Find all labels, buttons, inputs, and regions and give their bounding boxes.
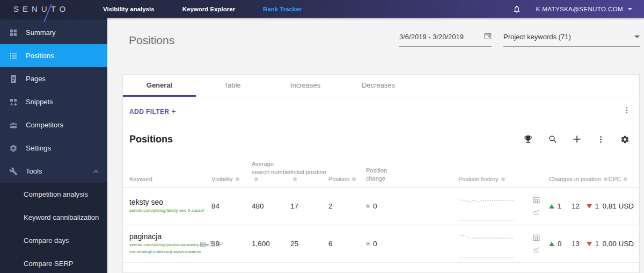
info-icon — [624, 177, 627, 181]
user-menu[interactable]: K.MATYSKA@SENUTO.COM — [536, 6, 632, 12]
info-icon — [236, 177, 239, 181]
chevron-up-icon — [93, 167, 99, 175]
col-initial-position[interactable]: Initial position — [290, 168, 328, 187]
tab-increases[interactable]: Increases — [269, 75, 342, 97]
sidebar-item-pages[interactable]: Pages — [0, 67, 107, 90]
changes-same-value: 13 — [572, 240, 579, 248]
sidebar-label: Snippets — [26, 98, 53, 106]
more-options-icon[interactable] — [623, 106, 631, 116]
sidebar-item-settings[interactable]: Settings — [0, 136, 107, 160]
add-filter-button[interactable]: ADD FILTER+ — [129, 107, 176, 116]
topbar: SENUTO Visibility analysis Keyword Explo… — [0, 0, 644, 18]
position-history-sparkline — [458, 192, 514, 221]
col-position-change[interactable]: Positionchange — [366, 167, 458, 187]
gear-icon[interactable] — [620, 135, 630, 144]
search-icon[interactable] — [548, 135, 557, 143]
position-change-cell: 0 — [366, 202, 458, 210]
sidebar-item-competition-analysis[interactable]: Competition analysis — [0, 183, 107, 206]
keyword-url-link[interactable]: senuto.com/pl/blog/teksty-seo-5-zasad/ — [129, 207, 211, 214]
changes-down-value: 1 — [595, 202, 599, 210]
header-controls: 3/6/2019 - 3/20/2019 Project keywords (7… — [399, 27, 640, 47]
arrow-down-icon — [587, 204, 592, 209]
position-value: 6 — [328, 240, 366, 248]
nav-visibility-analysis[interactable]: Visibility analysis — [89, 0, 169, 18]
list-icon — [9, 52, 19, 60]
cpc-value: 0,81 USD — [599, 202, 634, 210]
col-row-actions — [533, 182, 549, 187]
keyword-text: teksty seo — [129, 198, 163, 206]
col-avg-search[interactable]: Averagesearch number — [252, 160, 290, 187]
notifications-bell-icon[interactable] — [513, 5, 521, 13]
date-range-input[interactable]: 3/6/2019 - 3/20/2019 — [399, 27, 492, 47]
document-icon — [9, 75, 19, 83]
table-row: teksty seo senuto.com/pl/blog/teksty-seo… — [123, 188, 639, 225]
col-visibility[interactable]: Visibility — [211, 176, 252, 187]
col-position[interactable]: Position — [328, 176, 366, 187]
arrow-down-icon — [587, 242, 592, 246]
sidebar-label: Positions — [26, 52, 54, 60]
col-changes-in-position[interactable]: Changes in position — [549, 176, 599, 187]
sidebar: Summary Positions Pages Snippets Competi… — [0, 18, 107, 273]
grid-table-icon[interactable] — [533, 197, 549, 204]
trophy-icon[interactable] — [523, 134, 533, 144]
sidebar-label: Competitors — [26, 121, 63, 129]
line-chart-icon[interactable] — [533, 246, 549, 253]
row-action-icons — [533, 234, 549, 253]
keyword-cell: teksty seo senuto.com/pl/blog/teksty-seo… — [129, 198, 211, 214]
rich-card-icon — [200, 241, 206, 249]
sidebar-item-keyword-cannibalization[interactable]: Keyword cannibalization — [0, 206, 107, 229]
sidebar-item-tools[interactable]: Tools — [0, 160, 107, 183]
tab-bar: General Table Increases Decreases — [123, 75, 639, 97]
tab-decreases[interactable]: Decreases — [342, 75, 415, 97]
position-change-value: 0 — [373, 240, 377, 248]
senuto-logo[interactable]: SENUTO — [0, 4, 89, 14]
position-history-sparkline — [458, 229, 514, 258]
changes-in-position-cell: 0 13 1 — [549, 240, 599, 248]
sidebar-item-positions[interactable]: Positions — [0, 44, 107, 67]
tools-submenu: Competition analysis Keyword cannibaliza… — [0, 183, 107, 273]
nav-rank-tracker[interactable]: Rank Tracker — [249, 0, 316, 18]
sidebar-item-competitors[interactable]: Competitors — [0, 113, 107, 136]
tab-table[interactable]: Table — [196, 75, 269, 97]
sidebar-label: Settings — [26, 144, 51, 152]
changes-same-value: 12 — [572, 202, 579, 210]
logo-text: SENUTO — [13, 4, 69, 13]
avg-search-value: 1,600 — [252, 240, 290, 248]
avg-search-value: 480 — [252, 202, 290, 210]
sidebar-label: Pages — [26, 75, 46, 83]
main-content: Positions 3/6/2019 - 3/20/2019 Project k… — [107, 18, 644, 273]
add-icon[interactable] — [573, 135, 581, 143]
more-options-icon[interactable] — [597, 135, 605, 143]
tab-general[interactable]: General — [123, 75, 196, 97]
changes-up-value: 0 — [558, 240, 561, 248]
keyword-text: paginacja — [129, 232, 162, 241]
keyword-cell: paginacja senuto.com/pl/blog/paginacja-w… — [129, 232, 211, 256]
arrow-up-icon — [549, 204, 554, 209]
page-title: Positions — [129, 34, 174, 47]
gear-icon — [9, 144, 19, 153]
sidebar-item-compare-days[interactable]: Compare days — [0, 229, 107, 252]
filter-row: ADD FILTER+ — [123, 97, 639, 125]
caret-down-icon — [634, 35, 640, 38]
topbar-right: K.MATYSKA@SENUTO.COM — [513, 5, 644, 13]
sidebar-item-snippets[interactable]: Snippets — [0, 90, 107, 113]
positions-card: General Table Increases Decreases ADD FI… — [122, 74, 640, 273]
calendar-icon — [484, 32, 492, 41]
nav-keyword-explorer[interactable]: Keyword Explorer — [169, 0, 249, 18]
sidebar-item-compare-serp[interactable]: Compare SERP — [0, 252, 107, 273]
col-keyword[interactable]: Keyword — [129, 176, 211, 187]
keyword-url-link[interactable]: senuto.com/pl/blog/paginacja-wazny-eleme… — [129, 242, 211, 256]
position-change-value: 0 — [373, 202, 377, 210]
table-column-headers: Keyword Visibility Averagesearch number … — [123, 159, 639, 188]
keywords-select-value: Project keywords (71) — [503, 33, 571, 41]
position-change-cell: 0 — [366, 240, 458, 248]
changes-down-value: 1 — [595, 240, 599, 248]
sidebar-item-summary[interactable]: Summary — [0, 21, 107, 44]
grid-table-icon[interactable] — [533, 234, 549, 241]
keywords-select[interactable]: Project keywords (71) — [503, 27, 640, 47]
col-cpc[interactable]: CPC — [599, 176, 634, 187]
info-icon — [501, 177, 505, 181]
line-chart-icon[interactable] — [533, 209, 549, 215]
image-snippet-icon — [209, 241, 215, 249]
col-position-history[interactable]: Position history — [458, 176, 533, 187]
